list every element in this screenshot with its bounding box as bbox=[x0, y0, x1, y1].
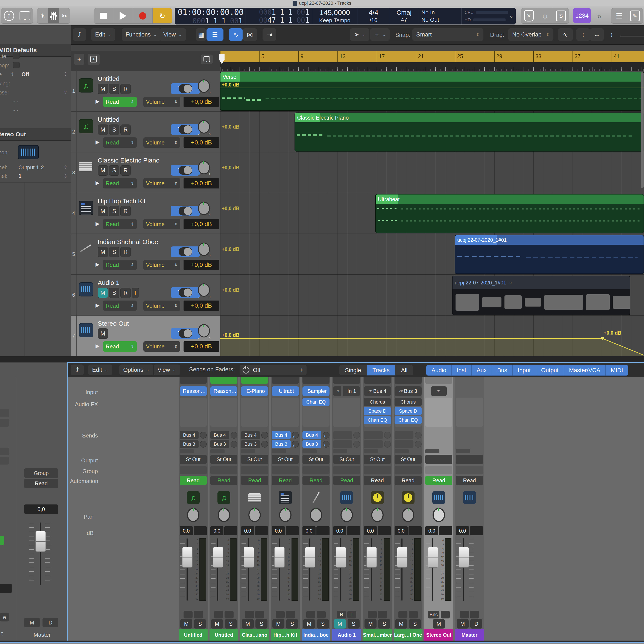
pre-button-2[interactable] bbox=[286, 611, 295, 618]
automation-param-dropdown[interactable]: Volume⇕ bbox=[143, 260, 180, 270]
quick-help-button[interactable]: ? bbox=[1, 8, 17, 23]
pre-button-2[interactable] bbox=[441, 611, 450, 618]
track-sort-button[interactable]: ⌄ bbox=[201, 55, 213, 64]
region-audio-take[interactable]: ucpj 22-07-2020_1#01 bbox=[455, 235, 644, 274]
track-name[interactable]: Classic Electric Piano bbox=[98, 157, 159, 164]
volume-db-display[interactable]: 0,0 bbox=[272, 526, 285, 535]
solo-mode-button[interactable]: S bbox=[553, 8, 569, 23]
fader-handle[interactable] bbox=[336, 547, 346, 568]
automation-mode-dropdown[interactable]: Read⇕ bbox=[103, 341, 137, 352]
automation-mode-dropdown[interactable]: Read⇕ bbox=[103, 219, 137, 229]
fx-slot-3[interactable] bbox=[425, 377, 452, 385]
region-classic-electric-piano[interactable]: Classic Electric Piano bbox=[295, 112, 644, 152]
group-slot[interactable] bbox=[425, 466, 452, 474]
track-name[interactable]: Untitled bbox=[98, 75, 120, 82]
channel-strip[interactable]: ○In 1 St Out Read 0,0 0 3 6 9 12 15 18 2… bbox=[332, 377, 361, 641]
fader-handle[interactable] bbox=[274, 547, 285, 568]
automation-mode-button[interactable]: Read bbox=[180, 476, 207, 485]
scope-tracks[interactable]: Tracks bbox=[367, 365, 395, 375]
group-slot[interactable] bbox=[456, 466, 483, 474]
on-off-toggle[interactable] bbox=[179, 288, 192, 297]
mute-button[interactable]: M bbox=[24, 618, 40, 627]
ruler-tick-lane[interactable] bbox=[220, 62, 644, 71]
send-knob-2[interactable] bbox=[231, 441, 237, 448]
track-header[interactable]: 7 Stereo Out M S R I Track LR ▶ Read⇕ Vo… bbox=[71, 316, 220, 356]
lcd-display[interactable]: 01:00:00:00.00 0001 1 1 001 0001 1 1 001… bbox=[175, 8, 516, 24]
pre-button-1[interactable] bbox=[184, 611, 193, 618]
send-slot-2[interactable] bbox=[395, 440, 413, 448]
send-slot-1[interactable] bbox=[395, 431, 413, 439]
volume-fader[interactable]: 0 3 6 9 12 15 18 21 24 30 35 40 45 50 60 bbox=[210, 538, 238, 601]
mute-button[interactable]: M bbox=[98, 328, 108, 339]
fader-handle[interactable] bbox=[428, 547, 438, 568]
channel2-stepper[interactable]: ⇕ bbox=[64, 173, 67, 179]
mixer-filter-button[interactable]: Aux bbox=[472, 365, 492, 375]
send-knob-2[interactable] bbox=[292, 441, 299, 448]
record-enable-button[interactable]: R bbox=[120, 288, 131, 298]
pan-knob[interactable] bbox=[340, 507, 353, 523]
input-button[interactable]: ○○ bbox=[431, 386, 447, 396]
pre-button-2[interactable] bbox=[317, 611, 326, 618]
automation-mode-button[interactable]: Read bbox=[241, 476, 268, 485]
channel-strip[interactable]: Ultrabt Bus 4 Bus 3 St Out Read 0,0 0 3 … bbox=[271, 377, 300, 641]
pan-knob[interactable]: LR bbox=[197, 161, 211, 176]
solo-button[interactable]: S bbox=[109, 125, 119, 135]
mute-button[interactable]: M bbox=[211, 619, 223, 629]
fx-slot-3[interactable] bbox=[241, 377, 268, 385]
volume-automation-line[interactable] bbox=[220, 88, 644, 88]
channel1-stepper[interactable]: ⇕ bbox=[64, 165, 67, 170]
send-slot-1[interactable] bbox=[425, 431, 444, 439]
pan-knob[interactable] bbox=[248, 507, 261, 523]
channel-strip[interactable]: ○○ Read 0,0 0 3 6 9 12 15 18 21 24 30 35… bbox=[424, 377, 453, 641]
send-knob-1[interactable] bbox=[415, 432, 422, 439]
mute-button[interactable]: M bbox=[98, 247, 108, 257]
scope-all[interactable]: All bbox=[395, 365, 413, 375]
dim-button[interactable]: D bbox=[43, 618, 58, 627]
input-button[interactable]: Ultrabt bbox=[272, 386, 299, 396]
group-slot[interactable] bbox=[364, 466, 391, 474]
channel-strip[interactable]: E-Piano Bus 4 Bus 3 St Out Read 0,0 0 3 … bbox=[240, 377, 269, 641]
channel-strip[interactable]: ○○Bus 3 Chorus Space D Chan EQ St Out Re… bbox=[394, 377, 422, 641]
solo-button[interactable]: S bbox=[255, 619, 267, 629]
output-button[interactable]: St Out bbox=[364, 455, 391, 464]
fx-slot-1[interactable]: Chorus bbox=[395, 398, 422, 406]
automation-mode-dropdown[interactable]: Read⇕ bbox=[103, 301, 137, 311]
record-button[interactable] bbox=[133, 8, 153, 23]
send-slot-1[interactable]: Bus 4 bbox=[302, 431, 321, 439]
mixer-filter-button[interactable]: Master/VCA bbox=[564, 365, 606, 375]
lcd-key[interactable]: Cmaj 47 bbox=[390, 8, 418, 24]
flex-button[interactable]: ⋈ bbox=[243, 28, 257, 41]
pan-knob[interactable] bbox=[432, 507, 445, 523]
send-slot-1[interactable]: Bus 4 bbox=[272, 431, 291, 439]
track-header[interactable]: 5 Indian Shehnai Oboe M S R I Track LR ▶… bbox=[71, 234, 220, 275]
mute-button[interactable]: M bbox=[98, 84, 108, 94]
automation-mode-button[interactable]: Read bbox=[272, 476, 299, 485]
input-button[interactable]: ○In 1 bbox=[333, 386, 360, 396]
pan-knob[interactable] bbox=[371, 507, 384, 523]
record-enable-button[interactable]: R bbox=[120, 84, 131, 94]
fx-slot-2[interactable]: Space D bbox=[395, 407, 422, 415]
audio-fx-panel[interactable] bbox=[425, 398, 452, 427]
more-tools-icon[interactable]: » bbox=[597, 12, 601, 21]
cycle-button[interactable]: ↻ bbox=[153, 8, 172, 23]
fx-slot-3[interactable] bbox=[333, 377, 360, 385]
note-pad-button[interactable]: ✎ bbox=[627, 8, 643, 23]
automation-mode-button[interactable]: Read bbox=[364, 476, 391, 485]
solo-button[interactable]: S bbox=[409, 619, 421, 629]
pre-button-2[interactable]: I bbox=[347, 611, 356, 618]
disclosure-triangle-icon[interactable]: ▶ bbox=[96, 98, 99, 104]
track-header[interactable]: 4 Hip Hop Tech Kit M S R I Track LR ▶ Re… bbox=[71, 193, 220, 234]
automation-mode-dropdown[interactable]: Read⇕ bbox=[103, 260, 137, 270]
region-verse[interactable]: Verse bbox=[220, 72, 644, 111]
volume-fader[interactable]: 0 3 6 9 12 15 18 21 24 30 35 40 45 50 60 bbox=[179, 538, 208, 601]
fx-slot-3[interactable] bbox=[210, 377, 237, 385]
send-knob-2[interactable] bbox=[384, 441, 391, 448]
send-slot-stub[interactable] bbox=[456, 449, 470, 453]
mute-button[interactable]: M bbox=[272, 619, 284, 629]
lcd-tempo[interactable]: 145,0000 Keep Tempo bbox=[312, 8, 357, 24]
inspector-button[interactable]: ☀ bbox=[37, 8, 48, 23]
mixer-filter-button[interactable]: MIDI bbox=[606, 365, 628, 375]
pan-knob[interactable] bbox=[217, 507, 231, 523]
channel-name[interactable]: Master bbox=[455, 629, 484, 641]
mute-button[interactable]: M bbox=[457, 619, 469, 629]
